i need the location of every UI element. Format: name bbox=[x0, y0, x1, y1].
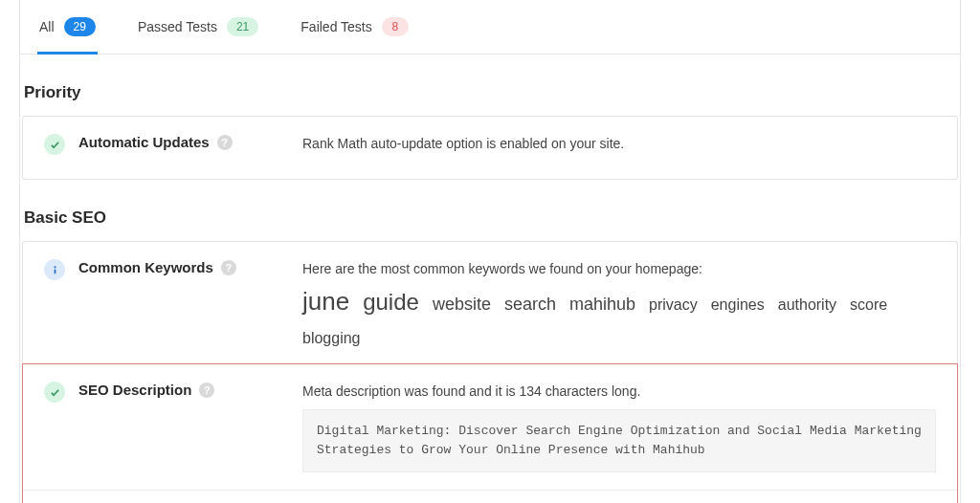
meta-description-preview: Digital Marketing: Discover Search Engin… bbox=[302, 409, 936, 472]
keyword: june bbox=[302, 287, 349, 317]
tab-count-badge: 8 bbox=[382, 17, 409, 36]
row-seo-description: SEO Description ? Meta description was f… bbox=[23, 364, 957, 490]
keyword: website bbox=[433, 295, 491, 315]
keyword-cloud: juneguidewebsitesearchmahihubprivacyengi… bbox=[302, 287, 936, 347]
info-icon bbox=[44, 259, 65, 280]
keyword: guide bbox=[363, 289, 419, 316]
section-heading-priority: Priority bbox=[24, 83, 958, 102]
row-title: Automatic Updates ? bbox=[78, 134, 233, 150]
check-icon bbox=[44, 382, 65, 403]
basic-seo-panel-highlighted: SEO Description ? Meta description was f… bbox=[22, 363, 958, 503]
check-icon bbox=[44, 134, 65, 155]
keyword: blogging bbox=[302, 330, 361, 347]
svg-rect-1 bbox=[54, 269, 56, 273]
keyword: authority bbox=[778, 296, 836, 314]
row-description: Here are the most common keywords we fou… bbox=[302, 259, 936, 279]
tabs-bar: All 29 Passed Tests 21 Failed Tests 8 bbox=[20, 0, 960, 55]
tab-label: All bbox=[39, 19, 55, 34]
row-description: Rank Math auto-update option is enabled … bbox=[302, 134, 936, 154]
tab-label: Failed Tests bbox=[301, 19, 371, 34]
section-heading-basic-seo: Basic SEO bbox=[24, 208, 958, 228]
row-automatic-updates: Automatic Updates ? Rank Math auto-updat… bbox=[23, 117, 957, 179]
help-icon[interactable]: ? bbox=[221, 260, 236, 275]
help-icon[interactable]: ? bbox=[199, 383, 214, 398]
tab-all[interactable]: All 29 bbox=[37, 0, 98, 54]
keyword: engines bbox=[711, 296, 765, 314]
analysis-container: All 29 Passed Tests 21 Failed Tests 8 Pr… bbox=[19, 0, 961, 503]
basic-seo-panel: Common Keywords ? Here are the most comm… bbox=[22, 241, 958, 364]
row-description: Meta description was found and it is 134… bbox=[302, 382, 936, 402]
keyword: search bbox=[504, 295, 556, 315]
tab-count-badge: 29 bbox=[64, 17, 96, 36]
help-icon[interactable]: ? bbox=[217, 135, 233, 150]
svg-point-0 bbox=[54, 266, 56, 268]
keyword: score bbox=[850, 296, 887, 314]
keyword: privacy bbox=[649, 296, 698, 314]
tab-passed[interactable]: Passed Tests 21 bbox=[136, 0, 260, 54]
priority-panel: Automatic Updates ? Rank Math auto-updat… bbox=[22, 116, 958, 180]
keyword: mahihub bbox=[569, 295, 635, 315]
tab-failed[interactable]: Failed Tests 8 bbox=[299, 0, 410, 54]
row-h1-heading: H1 Heading ? Too many H1 tags found on y… bbox=[23, 490, 957, 503]
row-title: Common Keywords ? bbox=[78, 259, 236, 275]
tab-label: Passed Tests bbox=[138, 19, 217, 34]
row-common-keywords: Common Keywords ? Here are the most comm… bbox=[23, 242, 957, 364]
tab-count-badge: 21 bbox=[227, 17, 258, 36]
row-title: SEO Description ? bbox=[78, 382, 214, 398]
